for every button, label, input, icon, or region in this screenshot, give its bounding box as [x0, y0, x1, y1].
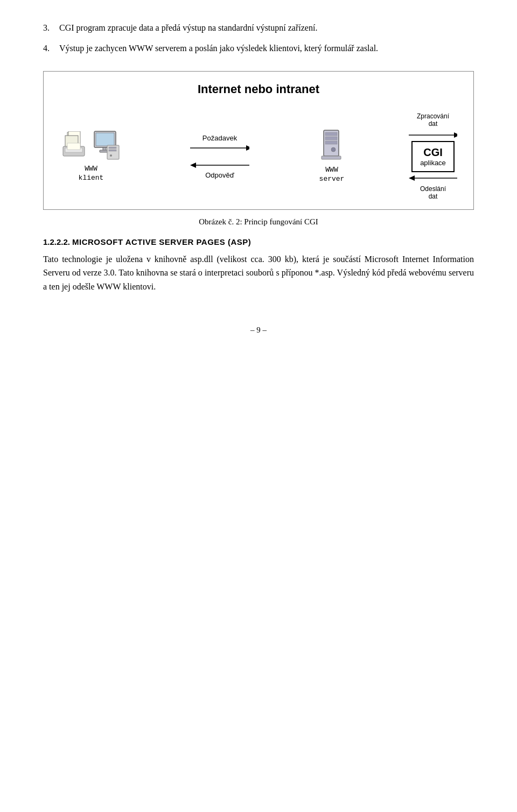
section-number: 1.2.2.2.: [43, 237, 70, 246]
item-text-3: CGI program zpracuje data a předá výstup…: [59, 22, 474, 34]
svg-marker-15: [246, 145, 249, 151]
section-heading-row: 1.2.2.2. MICROSOFT ACTIVE SERVER PAGES (…: [43, 237, 474, 247]
page-footer: – 9 –: [43, 326, 474, 335]
odesilani-label: Odeslánídat: [420, 185, 446, 201]
svg-point-22: [331, 147, 336, 152]
arrow-right-1: [190, 143, 249, 153]
figure-caption: Obrázek č. 2: Princip fungování CGI: [43, 217, 474, 227]
cgi-subtitle: aplikace: [420, 159, 446, 167]
section-title: MICROSOFT ACTIVE SERVER PAGES (ASP): [72, 237, 251, 246]
page-number: – 9 –: [250, 326, 267, 334]
www-klient-group: WWWklient: [60, 130, 122, 183]
svg-rect-5: [67, 143, 80, 150]
svg-rect-12: [109, 150, 116, 151]
svg-rect-20: [325, 137, 337, 140]
figure-title: Internet nebo intranet: [54, 82, 463, 96]
right-section: Zpracovánídat CGI aplikace: [409, 112, 457, 201]
svg-marker-25: [454, 132, 457, 138]
svg-rect-21: [325, 141, 337, 144]
content-area: 3. CGI program zpracuje data a předá výs…: [43, 22, 474, 293]
pozadavek-label: Požadavek: [202, 134, 237, 142]
pozadavek-row: Požadavek: [190, 134, 249, 153]
arrow-right-2: [409, 130, 457, 140]
request-response-arrows: Požadavek Odpověď: [190, 134, 249, 179]
server-icon: [317, 129, 346, 161]
svg-rect-19: [325, 132, 337, 136]
www-server-label: WWWserver: [319, 166, 345, 184]
list-item-4: 4. Výstup je zachycen WWW serverem a pos…: [43, 42, 474, 55]
www-klient-label: WWWklient: [79, 165, 104, 183]
item-number-4: 4.: [43, 42, 59, 55]
item-number-3: 3.: [43, 22, 59, 34]
svg-marker-17: [190, 163, 196, 168]
cgi-box: CGI aplikace: [411, 141, 455, 172]
odesilani-section: Odeslánídat: [409, 173, 457, 201]
pc-icon: [91, 130, 122, 160]
svg-point-13: [110, 154, 112, 157]
figure-box: Internet nebo intranet: [43, 71, 474, 210]
odpoved-label: Odpověď: [205, 171, 234, 179]
zpracovani-label: Zpracovánídat: [417, 112, 449, 128]
list-item-3: 3. CGI program zpracuje data a předá výs…: [43, 22, 474, 34]
printer-icon: [60, 131, 89, 160]
svg-rect-23: [322, 156, 341, 159]
item-text-4: Výstup je zachycen WWW serverem a poslán…: [59, 42, 474, 55]
odpoved-row: Odpověď: [190, 160, 249, 179]
body-paragraph-1: Tato technologie je uložena v knihovně a…: [43, 252, 474, 294]
arrow-left-2: [409, 173, 457, 183]
svg-rect-7: [96, 133, 114, 146]
svg-marker-27: [409, 175, 415, 181]
svg-rect-11: [109, 147, 116, 149]
diagram: WWWklient Požadavek: [54, 112, 463, 201]
zpracovani-section: Zpracovánídat: [409, 112, 457, 140]
www-server-group: WWWserver: [317, 129, 346, 184]
arrow-left-1: [190, 160, 249, 170]
client-icons: [60, 130, 122, 160]
cgi-title: CGI: [420, 146, 446, 159]
